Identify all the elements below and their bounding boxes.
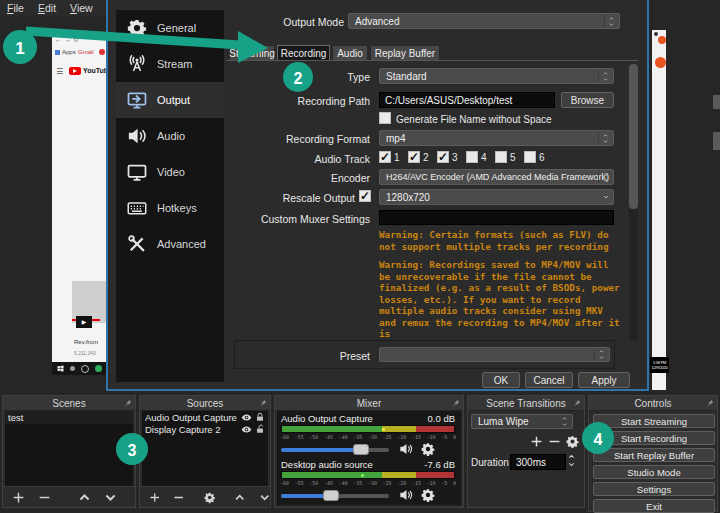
- dialog-scrollbar-thumb[interactable]: [629, 64, 638, 209]
- studio-mode-button[interactable]: Studio Mode: [593, 465, 715, 479]
- mute-speaker-icon[interactable]: [399, 442, 413, 460]
- remove-scene-icon[interactable]: [38, 491, 51, 504]
- source-properties-gear-icon[interactable]: [204, 491, 215, 504]
- volume-slider-handle[interactable]: [323, 490, 339, 501]
- sidebar-item-stream[interactable]: Stream: [116, 46, 224, 82]
- video-views: 5,211,343: [74, 350, 96, 356]
- move-source-down-icon[interactable]: [259, 491, 270, 504]
- spinner-arrows-icon[interactable]: [594, 349, 608, 360]
- start-replay-buffer-button[interactable]: Start Replay Buffer: [593, 448, 715, 462]
- lock-open-icon[interactable]: [255, 424, 265, 434]
- dropdown-arrow-icon[interactable]: [599, 191, 612, 203]
- volume-slider-handle[interactable]: [353, 444, 369, 455]
- video-play-overlay: ▶: [76, 316, 92, 328]
- audio-track-1-checkbox[interactable]: [379, 151, 391, 163]
- audio-track-3-label: 3: [452, 152, 458, 163]
- lock-icon[interactable]: [255, 412, 265, 422]
- sidebar-item-output[interactable]: Output: [116, 82, 224, 118]
- tab-replay-buffer[interactable]: Replay Buffer: [370, 45, 440, 61]
- channel-settings-gear-icon[interactable]: [421, 442, 435, 460]
- generate-filename-checkbox[interactable]: [379, 112, 391, 124]
- source-list-item[interactable]: Display Capture 2: [142, 423, 268, 435]
- audio-track-2-checkbox[interactable]: [408, 151, 420, 163]
- spinner-arrows-icon[interactable]: [604, 15, 618, 27]
- obs-main-window: File Edit View Pro ← → ↻ Apps Gmail ☰ Yo…: [0, 0, 720, 513]
- panel-pin-icon[interactable]: [259, 399, 267, 407]
- add-source-icon[interactable]: [149, 491, 160, 504]
- sidebar-item-general[interactable]: General: [116, 10, 224, 46]
- start-recording-button[interactable]: Start Recording: [593, 431, 715, 445]
- channel-settings-gear-icon[interactable]: [421, 488, 435, 506]
- tab-audio[interactable]: Audio: [332, 45, 368, 61]
- encoder-select[interactable]: H264/AVC Encoder (AMD Advanced Media Fra…: [379, 169, 614, 185]
- remove-transition-icon[interactable]: [548, 434, 561, 452]
- sidebar-item-audio[interactable]: Audio: [116, 118, 224, 154]
- output-mode-select[interactable]: Advanced: [348, 13, 620, 29]
- duration-input[interactable]: 300ms: [510, 454, 566, 470]
- transition-properties-gear-icon[interactable]: [566, 434, 579, 452]
- menu-file[interactable]: File: [7, 2, 24, 14]
- visibility-eye-icon[interactable]: [241, 424, 252, 435]
- recording-format-label: Recording Format: [226, 133, 370, 145]
- preset-select[interactable]: [379, 347, 610, 362]
- source-list-item[interactable]: Audio Output Capture: [142, 411, 268, 423]
- panel-pin-icon[interactable]: [573, 399, 581, 407]
- scene-list-item[interactable]: test: [5, 411, 133, 424]
- apply-button[interactable]: Apply: [578, 372, 630, 388]
- cancel-button[interactable]: Cancel: [525, 372, 573, 388]
- browse-button[interactable]: Browse: [561, 92, 614, 108]
- recording-path-input[interactable]: C:/Users/ASUS/Desktop/test: [379, 92, 555, 108]
- ok-button[interactable]: OK: [482, 372, 520, 388]
- tick-label: -40: [339, 480, 348, 486]
- sidebar-item-advanced[interactable]: Advanced: [116, 226, 224, 262]
- custom-muxer-input[interactable]: [379, 210, 614, 225]
- panel-pin-icon[interactable]: [706, 399, 714, 407]
- mute-speaker-icon[interactable]: [399, 488, 413, 506]
- tab-streaming[interactable]: Streaming: [229, 45, 275, 61]
- spinner-arrows-icon[interactable]: [557, 416, 571, 427]
- menu-edit[interactable]: Edit: [38, 2, 56, 14]
- browse-label: Browse: [571, 95, 604, 106]
- tick-label: -15: [412, 434, 421, 440]
- audio-track-1-label: 1: [394, 152, 400, 163]
- move-scene-up-icon[interactable]: [78, 491, 91, 504]
- volume-slider[interactable]: [281, 494, 389, 498]
- youtube-play-triangle: [73, 69, 77, 73]
- volume-slider[interactable]: [281, 448, 389, 452]
- tab-label: Streaming: [229, 48, 275, 59]
- tab-recording[interactable]: Recording: [277, 45, 330, 61]
- add-transition-icon[interactable]: [530, 434, 543, 452]
- sidebar-label: Audio: [157, 130, 185, 142]
- visibility-eye-icon[interactable]: [241, 412, 252, 423]
- rescale-output-checkbox[interactable]: [359, 190, 371, 202]
- exit-button[interactable]: Exit: [593, 499, 715, 513]
- rescale-resolution-combobox[interactable]: 1280x720: [379, 189, 614, 205]
- settings-button[interactable]: Settings: [593, 482, 715, 496]
- monitor-arrow-icon: [127, 90, 147, 110]
- recording-format-select[interactable]: mp4: [379, 130, 614, 146]
- add-scene-icon[interactable]: [12, 491, 25, 504]
- spinner-arrows-icon[interactable]: [598, 70, 612, 82]
- spinner-arrows-icon[interactable]: [598, 132, 612, 144]
- move-source-up-icon[interactable]: [234, 491, 245, 504]
- sidebar-item-video[interactable]: Video: [116, 154, 224, 190]
- tick-label: -30: [368, 434, 377, 440]
- audio-track-5-checkbox[interactable]: [495, 151, 507, 163]
- audio-track-4-checkbox[interactable]: [466, 151, 478, 163]
- remove-source-icon[interactable]: [173, 491, 184, 504]
- dialog-scrollbar-track[interactable]: [629, 64, 638, 341]
- mixer-channel-name: Desktop audio source: [281, 459, 373, 470]
- panel-pin-icon[interactable]: [124, 399, 132, 407]
- menu-view[interactable]: View: [70, 2, 93, 14]
- audio-track-3-checkbox[interactable]: [437, 151, 449, 163]
- panel-pin-icon[interactable]: [452, 399, 460, 407]
- type-select[interactable]: Standard: [379, 68, 614, 84]
- transition-select[interactable]: Luma Wipe: [471, 414, 573, 429]
- button-label: Start Replay Buffer: [614, 450, 694, 461]
- start-streaming-button[interactable]: Start Streaming: [593, 414, 715, 428]
- duration-stepper-icons[interactable]: [567, 453, 576, 468]
- move-scene-down-icon[interactable]: [104, 491, 117, 504]
- audio-track-6-checkbox[interactable]: [524, 151, 536, 163]
- sidebar-item-hotkeys[interactable]: Hotkeys: [116, 190, 224, 226]
- spinner-arrows-icon[interactable]: [598, 171, 612, 183]
